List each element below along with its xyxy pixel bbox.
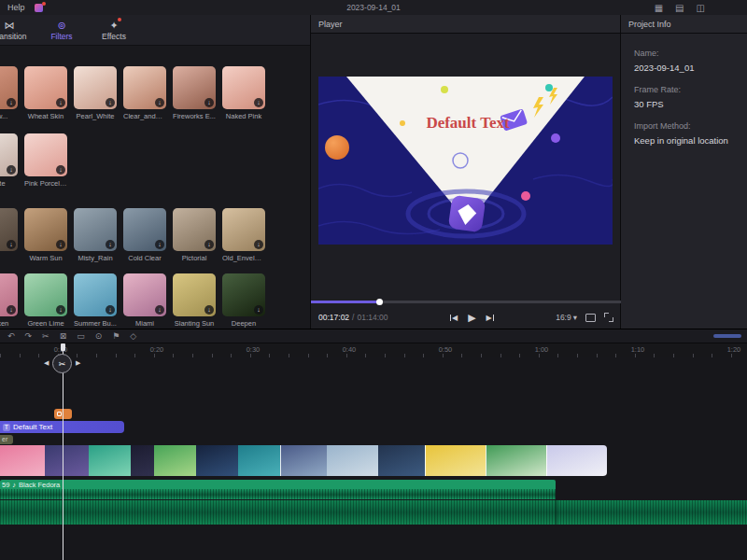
keyboard-shortcuts-icon[interactable]: ▤ — [675, 3, 684, 13]
keyframe-icon[interactable]: ◇ — [130, 329, 136, 343]
video-frame-thumb[interactable] — [154, 445, 196, 476]
filter-thumbnail[interactable]: ↓ — [0, 133, 18, 176]
filter-item[interactable]: ↓Misty_Rain — [74, 208, 117, 262]
video-preview[interactable]: Default Text — [318, 77, 613, 245]
filter-item[interactable]: ↓Warm Sun — [24, 208, 67, 262]
filter-item[interactable]: ↓Naked Pink — [222, 66, 265, 120]
filter-item[interactable]: ↓Slanting Sun — [173, 273, 216, 328]
filter-thumbnail[interactable]: ↓ — [123, 66, 166, 109]
filter-thumbnail[interactable]: ↓ — [74, 273, 117, 316]
video-frame-thumb[interactable] — [546, 445, 607, 476]
download-icon[interactable]: ↓ — [155, 98, 164, 107]
download-icon[interactable]: ↓ — [56, 240, 65, 249]
layout-grid-icon[interactable]: ▦ — [655, 3, 663, 13]
filter-item[interactable]: ↓Clear_and_T... — [123, 66, 166, 120]
filter-thumbnail[interactable]: ↓ — [222, 66, 265, 109]
tab-effects[interactable]: ✦ Effects — [88, 20, 140, 41]
filter-thumbnail[interactable]: ↓ — [222, 208, 265, 251]
download-icon[interactable]: ↓ — [7, 165, 16, 175]
video-frame-thumb[interactable] — [378, 445, 425, 476]
download-icon[interactable]: ↓ — [254, 240, 263, 249]
audio-clip-2[interactable] — [0, 500, 747, 525]
video-frame-thumb[interactable] — [238, 445, 280, 476]
delete-icon[interactable]: ⊠ — [60, 329, 67, 343]
filter-thumbnail[interactable]: ↓ — [0, 273, 18, 316]
play-button[interactable]: ▶ — [468, 312, 475, 324]
filter-thumbnail[interactable]: ↓ — [173, 66, 216, 109]
video-frame-thumb[interactable] — [486, 445, 546, 476]
filter-item[interactable]: ↓Fireworks E... — [173, 66, 216, 120]
split-icon[interactable]: ✂ — [42, 329, 49, 343]
video-frame-thumb[interactable] — [327, 445, 378, 476]
download-icon[interactable]: ↓ — [204, 305, 214, 315]
download-icon[interactable]: ↓ — [7, 98, 16, 107]
video-frame-thumb[interactable] — [89, 445, 131, 476]
filter-item[interactable]: ↓Awaken — [0, 273, 18, 328]
previous-frame-button[interactable]: ◀ — [450, 314, 458, 322]
filter-thumbnail[interactable]: ↓ — [173, 208, 216, 251]
download-icon[interactable]: ↓ — [155, 305, 164, 315]
download-icon[interactable]: ↓ — [106, 305, 115, 315]
filter-item[interactable]: ↓White — [0, 133, 18, 188]
tutorial-book-icon[interactable]: ◫ — [697, 3, 705, 13]
download-icon[interactable]: ↓ — [254, 305, 263, 315]
next-frame-button[interactable]: ▶ — [486, 314, 494, 322]
download-icon[interactable]: ↓ — [204, 240, 214, 249]
download-icon[interactable]: ↓ — [106, 240, 115, 249]
video-frame-thumb[interactable] — [131, 445, 154, 476]
filter-item[interactable]: ↓Old_Envelope — [222, 208, 265, 262]
filter-thumbnail[interactable]: ↓ — [173, 273, 216, 316]
filter-item[interactable]: ↓Pictorial — [173, 208, 216, 262]
filter-thumbnail[interactable]: ↓ — [74, 66, 117, 109]
filter-thumbnail[interactable]: ↓ — [222, 273, 265, 316]
trim-left-arrow-icon[interactable]: ◀ — [44, 359, 49, 367]
redo-icon[interactable]: ↷ — [25, 329, 33, 343]
download-icon[interactable]: ↓ — [204, 98, 214, 107]
sticker-clip[interactable]: er — [0, 435, 13, 444]
filter-item[interactable]: ↓Pearl_White — [74, 66, 117, 120]
download-icon[interactable]: ↓ — [155, 240, 164, 249]
timeline-scrollbar-thumb[interactable] — [713, 334, 741, 338]
audio-clip-black-fedora[interactable]: 59 ♪ Black Fedora — [0, 480, 556, 499]
timeline-ruler[interactable]: 0:100:200:300:400:501:001:101:20 — [0, 343, 747, 357]
filter-item[interactable]: ↓_Pow... — [0, 66, 18, 120]
filter-item[interactable]: ↓Pink Porcela... — [24, 133, 67, 188]
playhead[interactable] — [63, 343, 63, 560]
download-icon[interactable]: ↓ — [56, 165, 65, 175]
undo-icon[interactable]: ↶ — [7, 329, 15, 343]
download-icon[interactable]: ↓ — [7, 240, 16, 249]
marker-icon[interactable]: ⚑ — [112, 329, 120, 343]
progress-knob[interactable] — [376, 299, 383, 305]
filter-thumbnail[interactable]: ↓ — [24, 66, 67, 109]
download-icon[interactable]: ↓ — [254, 98, 263, 107]
video-frame-thumb[interactable] — [425, 445, 486, 476]
filter-thumbnail[interactable]: ↓ — [123, 273, 166, 316]
seek-bar[interactable] — [311, 301, 621, 303]
filter-item[interactable]: ↓Deepen — [222, 273, 265, 328]
filter-item[interactable]: ↓Miami — [123, 273, 166, 328]
download-icon[interactable]: ↓ — [106, 98, 115, 107]
download-icon[interactable]: ↓ — [7, 305, 16, 315]
download-icon[interactable]: ↓ — [56, 305, 65, 315]
filter-thumbnail[interactable]: ↓ — [74, 208, 117, 251]
filter-item[interactable]: ↓Wheat Skin — [24, 66, 67, 120]
timeline-tracks[interactable]: T Default Text er 59 ♪ Black Fedora — [0, 358, 747, 560]
filter-item[interactable]: ↓t — [0, 208, 18, 262]
filter-thumbnail[interactable]: ↓ — [24, 133, 67, 176]
speed-icon[interactable]: ⊙ — [95, 329, 103, 343]
filter-thumbnail[interactable]: ↓ — [0, 208, 18, 251]
fullscreen-icon[interactable] — [604, 313, 613, 322]
video-frame-thumb[interactable] — [196, 445, 238, 476]
aspect-ratio-select[interactable]: 16:9 ▾ — [556, 313, 577, 322]
crop-icon[interactable]: ▭ — [77, 329, 85, 343]
video-frame-thumb[interactable] — [45, 445, 89, 476]
tab-filters[interactable]: ⊚ Filters — [35, 20, 88, 41]
video-frame-thumb[interactable] — [280, 445, 327, 476]
filter-item[interactable]: ↓Cold Clear — [123, 208, 166, 262]
filter-item[interactable]: ↓Green Lime — [24, 273, 67, 328]
filter-thumbnail[interactable]: ↓ — [24, 273, 67, 316]
split-scissors-button[interactable]: ✂ — [52, 354, 72, 373]
video-frame-thumb[interactable] — [0, 445, 45, 476]
tab-transition[interactable]: ⋈ Transition — [0, 20, 35, 41]
filter-item[interactable]: ↓Summer Bu... — [74, 273, 117, 328]
